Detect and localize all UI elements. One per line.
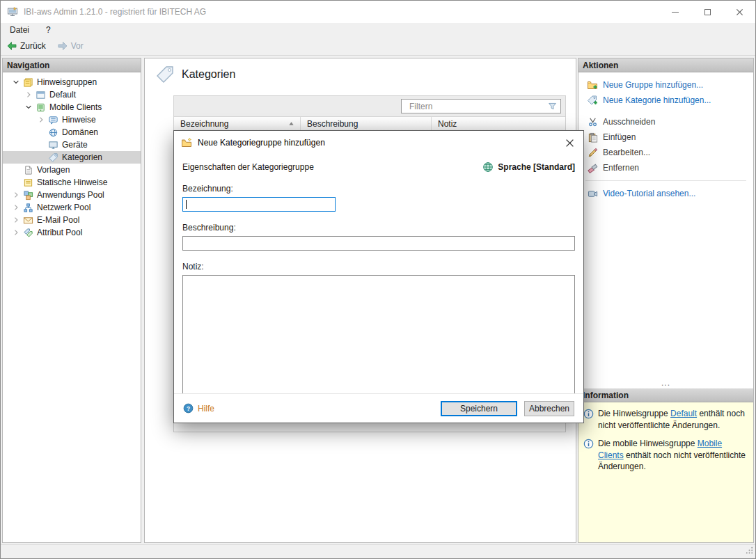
chevron-right-icon[interactable] bbox=[10, 227, 22, 238]
tree-item-email-pool[interactable]: E-Mail Pool bbox=[3, 214, 141, 226]
back-button[interactable]: Zurück bbox=[6, 40, 46, 52]
chevron-down-icon[interactable] bbox=[10, 77, 22, 88]
netzwerk-pool-icon bbox=[22, 202, 33, 213]
tree-item-anwendungs-pool[interactable]: Anwendungs Pool bbox=[3, 189, 141, 201]
app-window: IBI-aws Admin 1.21.0 - registriert für I… bbox=[0, 0, 756, 559]
action-label: Einfügen bbox=[603, 132, 636, 142]
maximize-icon bbox=[704, 9, 711, 15]
action-neue-gruppe[interactable]: Neue Gruppe hinzufügen... bbox=[578, 77, 753, 93]
tree-item-label: Domänen bbox=[62, 127, 98, 137]
forward-button[interactable]: Vor bbox=[57, 40, 84, 52]
close-icon bbox=[736, 8, 743, 16]
tree-item-kategorien[interactable]: Kategorien bbox=[3, 151, 141, 164]
dialog-title-bar: Neue Kategoriegruppe hinzufügen bbox=[174, 131, 583, 155]
dialog-close-button[interactable] bbox=[556, 131, 583, 155]
title-bar: IBI-aws Admin 1.21.0 - registriert für I… bbox=[1, 1, 755, 23]
beschreibung-field[interactable] bbox=[182, 236, 575, 251]
tree-item-hinweisgruppen[interactable]: Hinweisgruppen bbox=[3, 76, 141, 88]
menu-item-datei[interactable]: Datei bbox=[10, 25, 29, 35]
chevron-right-icon[interactable] bbox=[10, 202, 22, 213]
column-header-beschreibung[interactable]: Beschreibung bbox=[301, 117, 432, 130]
tree-item-geraete[interactable]: Geräte bbox=[3, 139, 141, 151]
table-header: Bezeichnung Beschreibung Notiz bbox=[174, 117, 565, 131]
notiz-field[interactable] bbox=[182, 275, 575, 398]
filter-funnel-button[interactable] bbox=[544, 100, 560, 113]
column-label: Beschreibung bbox=[307, 119, 358, 129]
tree-indent bbox=[35, 127, 47, 138]
tree-item-default[interactable]: Default bbox=[3, 88, 141, 101]
column-header-bezeichnung[interactable]: Bezeichnung bbox=[174, 117, 301, 130]
tree-item-label: Geräte bbox=[62, 140, 88, 150]
filter-input[interactable] bbox=[402, 100, 544, 113]
language-label: Sprache [Standard] bbox=[498, 162, 575, 172]
tree-item-hinweise[interactable]: Hinweise bbox=[3, 113, 141, 126]
resize-grip[interactable] bbox=[745, 546, 754, 557]
dialog-title: Neue Kategoriegruppe hinzufügen bbox=[198, 138, 325, 148]
chevron-right-icon[interactable] bbox=[10, 214, 22, 226]
sort-ascending-icon bbox=[288, 120, 294, 127]
tree-item-attribut-pool[interactable]: Attribut Pool bbox=[3, 226, 141, 239]
action-label: Video-Tutorial ansehen... bbox=[603, 189, 695, 198]
default-group-link[interactable]: Default bbox=[670, 409, 697, 418]
help-link[interactable]: ? Hilfe bbox=[183, 403, 214, 414]
close-icon bbox=[565, 139, 574, 148]
tree-item-label: Mobile Clients bbox=[49, 102, 102, 112]
action-video-tutorial[interactable]: Video-Tutorial ansehen... bbox=[578, 186, 753, 201]
close-button[interactable] bbox=[723, 1, 755, 23]
column-header-notiz[interactable]: Notiz bbox=[432, 117, 565, 130]
action-neue-kategorie[interactable]: Neue Kategorie hinzufügen... bbox=[578, 93, 753, 108]
column-label: Notiz bbox=[438, 119, 457, 129]
bezeichnung-field[interactable] bbox=[182, 197, 336, 212]
chevron-right-icon[interactable] bbox=[35, 114, 47, 125]
tree-item-label: Netzwerk Pool bbox=[37, 203, 90, 212]
minimize-button[interactable] bbox=[659, 1, 691, 23]
tree-item-statische-hinweise[interactable]: Statische Hinweise bbox=[3, 176, 141, 189]
chevron-down-icon[interactable] bbox=[22, 102, 35, 113]
cancel-button[interactable]: Abbrechen bbox=[524, 401, 574, 416]
maximize-button[interactable] bbox=[691, 1, 723, 23]
menu-item-help[interactable]: ? bbox=[46, 25, 51, 35]
domaenen-icon bbox=[47, 127, 58, 138]
help-icon: ? bbox=[183, 403, 194, 414]
tree-item-netzwerk-pool[interactable]: Netzwerk Pool bbox=[3, 201, 141, 214]
save-button[interactable]: Speichern bbox=[441, 401, 517, 416]
dialog-section-title: Eigenschaften der Kategoriegruppe bbox=[182, 162, 314, 172]
filter-strip bbox=[174, 96, 565, 117]
tree-item-vorlagen[interactable]: Vorlagen bbox=[3, 164, 141, 176]
tree-item-domaenen[interactable]: Domänen bbox=[3, 126, 141, 139]
tree-item-mobile-clients[interactable]: Mobile Clients bbox=[3, 101, 141, 113]
action-bearbeiten[interactable]: Bearbeiten... bbox=[578, 145, 753, 160]
forward-label: Vor bbox=[71, 41, 84, 51]
dialog-body: Eigenschaften der Kategoriegruppe Sprach… bbox=[182, 155, 575, 398]
action-einfuegen[interactable]: Einfügen bbox=[578, 129, 753, 145]
chevron-right-icon[interactable] bbox=[22, 89, 35, 100]
information-panel: Die Hinweisgruppe Default enthält noch n… bbox=[578, 402, 753, 542]
page-header: Kategorien bbox=[155, 65, 235, 84]
back-label: Zurück bbox=[20, 41, 46, 51]
panel-splitter-handle[interactable]: ... bbox=[578, 378, 753, 388]
anwendungs-pool-icon bbox=[22, 189, 33, 200]
default-group-icon bbox=[35, 89, 46, 100]
action-entfernen[interactable]: Entfernen bbox=[578, 160, 753, 175]
tree-item-label: Hinweise bbox=[62, 115, 96, 125]
forward-arrow-icon bbox=[57, 40, 68, 52]
chevron-right-icon[interactable] bbox=[10, 189, 22, 200]
action-label: Entfernen bbox=[603, 163, 639, 173]
language-selector-button[interactable]: Sprache [Standard] bbox=[482, 162, 575, 173]
bezeichnung-field-wrap bbox=[182, 197, 575, 212]
column-label: Bezeichnung bbox=[180, 119, 228, 129]
filter-box bbox=[401, 99, 561, 113]
info-note-text: Die Hinweisgruppe Default enthält noch n… bbox=[598, 408, 748, 431]
text-caret bbox=[186, 200, 187, 209]
pencil-edit-icon bbox=[587, 147, 598, 158]
tree-indent bbox=[35, 139, 47, 150]
action-ausschneiden[interactable]: Ausschneiden bbox=[578, 114, 753, 129]
dialog-footer: ? Hilfe Speichern Abbrechen bbox=[174, 393, 583, 423]
svg-text:?: ? bbox=[187, 405, 190, 412]
menu-bar: Datei ? bbox=[1, 23, 755, 37]
tree-item-label: Hinweisgruppen bbox=[37, 77, 97, 87]
tree-item-label: Statische Hinweise bbox=[37, 178, 107, 187]
action-label: Neue Kategorie hinzufügen... bbox=[603, 95, 711, 105]
tree-indent bbox=[10, 177, 22, 188]
action-label: Ausschneiden bbox=[603, 117, 655, 127]
